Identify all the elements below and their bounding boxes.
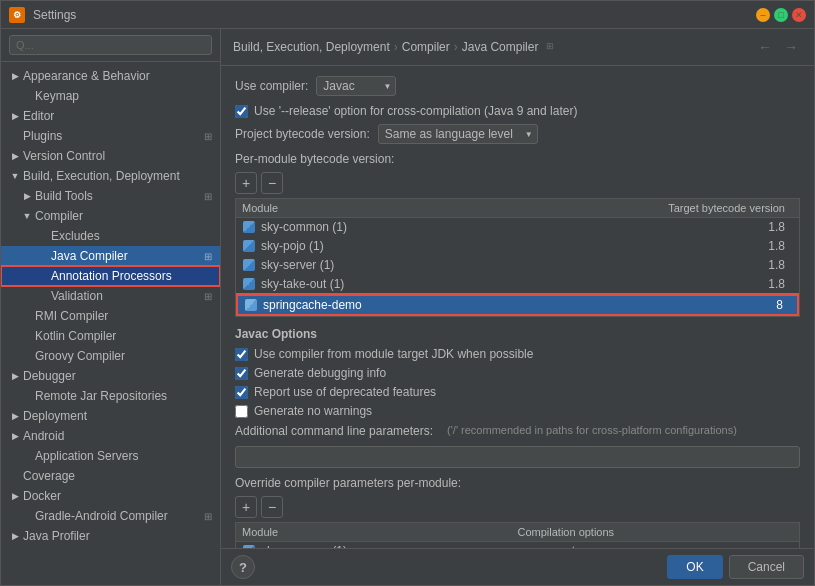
cross-compile-checkbox[interactable] (235, 105, 248, 118)
header-nav: ← → (754, 37, 802, 57)
sidebar-tree: Appearance & Behavior Keymap Editor Plug… (1, 62, 220, 585)
module-version: 1.8 (653, 239, 793, 253)
compiler-select[interactable]: Javac Eclipse Ajc (316, 76, 396, 96)
table-row[interactable]: sky-common (1) 1.8 (236, 218, 799, 237)
sidebar-item-editor[interactable]: Editor (1, 106, 220, 126)
cancel-button[interactable]: Cancel (729, 555, 804, 579)
no-warnings-label: Generate no warnings (254, 404, 372, 418)
sidebar-item-label: Java Profiler (23, 529, 90, 543)
sidebar-item-gradle-android[interactable]: Gradle-Android Compiler ⊞ (1, 506, 220, 526)
search-input[interactable] (9, 35, 212, 55)
panel-header: Build, Execution, Deployment › Compiler … (221, 29, 814, 66)
override-table: Module Compilation options sky-common (1… (235, 522, 800, 548)
sidebar-item-remote-jar[interactable]: Remote Jar Repositories (1, 386, 220, 406)
sidebar-item-annotation-processors[interactable]: Annotation Processors (1, 266, 220, 286)
sidebar-item-deployment[interactable]: Deployment (1, 406, 220, 426)
close-button[interactable]: ✕ (792, 8, 806, 22)
sidebar-item-label: Groovy Compiler (35, 349, 125, 363)
deprecated-checkbox[interactable] (235, 386, 248, 399)
table-row[interactable]: sky-server (1) 1.8 (236, 256, 799, 275)
breadcrumb-part-1: Build, Execution, Deployment (233, 40, 390, 54)
arrow-icon (9, 530, 21, 542)
cross-platform-hint: ('/' recommended in paths for cross-plat… (447, 424, 737, 436)
table-row-selected[interactable]: springcache-demo 8 (236, 294, 799, 316)
table-header: Module Target bytecode version (236, 199, 799, 218)
javac-checkbox-3: Report use of deprecated features (235, 385, 800, 399)
use-compiler-label: Use compiler: (235, 79, 308, 93)
override-module-col-header: Module (242, 526, 518, 538)
main-content: Appearance & Behavior Keymap Editor Plug… (1, 29, 814, 585)
breadcrumb-icon: ⊞ (546, 41, 558, 53)
javac-checkbox-4: Generate no warnings (235, 404, 800, 418)
module-version: 1.8 (653, 258, 793, 272)
help-button[interactable]: ? (231, 555, 255, 579)
remove-module-button[interactable]: − (261, 172, 283, 194)
sidebar-item-label: Editor (23, 109, 54, 123)
sidebar-item-label: RMI Compiler (35, 309, 108, 323)
arrow-icon (9, 110, 21, 122)
add-override-button[interactable]: + (235, 496, 257, 518)
sidebar-item-plugins[interactable]: Plugins ⊞ (1, 126, 220, 146)
add-module-button[interactable]: + (235, 172, 257, 194)
panel-body: Use compiler: Javac Eclipse Ajc Use '--r… (221, 66, 814, 548)
sidebar-item-build-tools[interactable]: Build Tools ⊞ (1, 186, 220, 206)
additional-params-row: Additional command line parameters: ('/'… (235, 424, 800, 438)
search-box (1, 29, 220, 62)
forward-button[interactable]: → (780, 37, 802, 57)
right-panel: Build, Execution, Deployment › Compiler … (221, 29, 814, 585)
sidebar-item-android[interactable]: Android (1, 426, 220, 446)
table-row[interactable]: sky-take-out (1) 1.8 (236, 275, 799, 294)
arrow-icon (9, 170, 21, 182)
override-table-header: Module Compilation options (236, 523, 799, 542)
sidebar-item-label: Remote Jar Repositories (35, 389, 167, 403)
sidebar-item-excludes[interactable]: Excludes (1, 226, 220, 246)
settings-badge: ⊞ (204, 291, 212, 302)
sidebar-item-docker[interactable]: Docker (1, 486, 220, 506)
sidebar-item-label: Debugger (23, 369, 76, 383)
additional-params-input[interactable] (235, 446, 800, 468)
sidebar-item-debugger[interactable]: Debugger (1, 366, 220, 386)
breadcrumb: Build, Execution, Deployment › Compiler … (233, 40, 558, 54)
settings-badge: ⊞ (204, 251, 212, 262)
minimize-button[interactable]: – (756, 8, 770, 22)
arrow-icon (21, 210, 33, 222)
compiler-select-wrapper: Javac Eclipse Ajc (316, 76, 396, 96)
bytecode-version-select[interactable]: Same as language level (378, 124, 538, 144)
remove-override-button[interactable]: − (261, 496, 283, 518)
sidebar-item-build-exec[interactable]: Build, Execution, Deployment (1, 166, 220, 186)
sidebar-item-version-control[interactable]: Version Control (1, 146, 220, 166)
app-icon: ⚙ (9, 7, 25, 23)
breadcrumb-part-3: Java Compiler (462, 40, 539, 54)
module-icon (242, 239, 256, 253)
use-module-jdk-checkbox[interactable] (235, 348, 248, 361)
sidebar-item-kotlin-compiler[interactable]: Kotlin Compiler (1, 326, 220, 346)
use-compiler-row: Use compiler: Javac Eclipse Ajc (235, 76, 800, 96)
no-warnings-checkbox[interactable] (235, 405, 248, 418)
sidebar-item-label: Docker (23, 489, 61, 503)
sidebar-item-java-profiler[interactable]: Java Profiler (1, 526, 220, 546)
sidebar-item-groovy-compiler[interactable]: Groovy Compiler (1, 346, 220, 366)
module-name: sky-take-out (1) (261, 277, 653, 291)
title-bar: ⚙ Settings – □ ✕ (1, 1, 814, 29)
sidebar-item-label: Java Compiler (51, 249, 128, 263)
debug-info-checkbox[interactable] (235, 367, 248, 380)
window-title: Settings (33, 8, 756, 22)
sidebar-item-coverage[interactable]: Coverage (1, 466, 220, 486)
table-row[interactable]: sky-pojo (1) 1.8 (236, 237, 799, 256)
module-name: sky-common (1) (261, 220, 653, 234)
module-icon (242, 277, 256, 291)
back-button[interactable]: ← (754, 37, 776, 57)
maximize-button[interactable]: □ (774, 8, 788, 22)
sidebar-item-java-compiler[interactable]: Java Compiler ⊞ (1, 246, 220, 266)
ok-button[interactable]: OK (667, 555, 722, 579)
sidebar-item-validation[interactable]: Validation ⊞ (1, 286, 220, 306)
module-version: 1.8 (653, 220, 793, 234)
sidebar-item-rmi-compiler[interactable]: RMI Compiler (1, 306, 220, 326)
module-icon (242, 258, 256, 272)
sidebar-item-app-servers[interactable]: Application Servers (1, 446, 220, 466)
sidebar-item-appearance[interactable]: Appearance & Behavior (1, 66, 220, 86)
sidebar-item-keymap[interactable]: Keymap (1, 86, 220, 106)
breadcrumb-separator: › (394, 40, 398, 54)
module-version: 1.8 (653, 277, 793, 291)
sidebar-item-compiler[interactable]: Compiler (1, 206, 220, 226)
